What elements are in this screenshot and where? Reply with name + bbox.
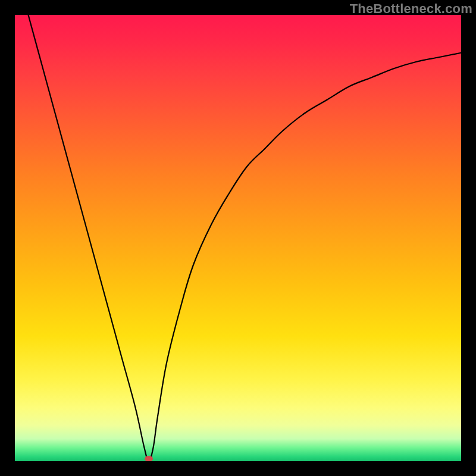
watermark-text: TheBottleneck.com [350, 1, 472, 17]
chart-frame: TheBottleneck.com [0, 0, 476, 476]
curve-layer [15, 15, 461, 461]
bottleneck-curve [29, 15, 462, 461]
plot-area [15, 15, 461, 461]
